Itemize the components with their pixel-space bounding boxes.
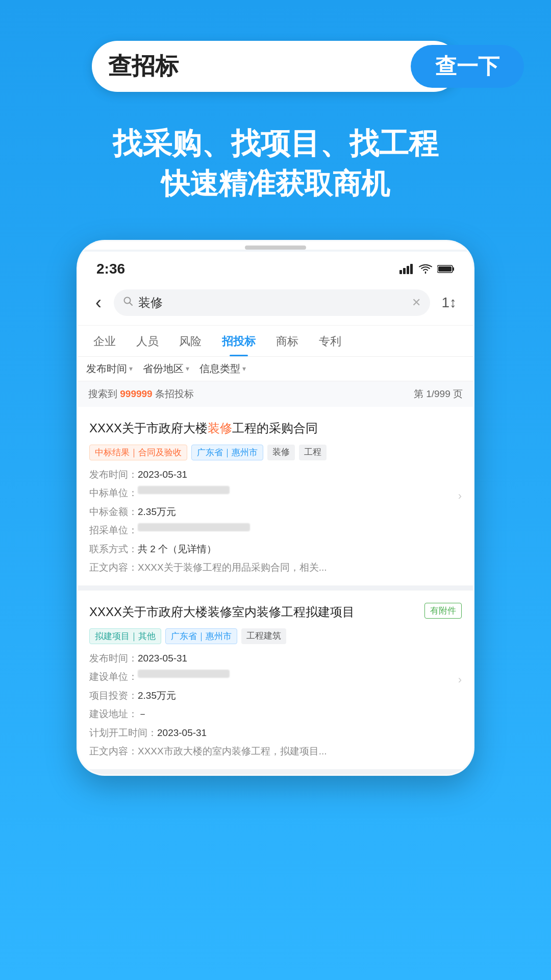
tab-enterprise[interactable]: 企业 <box>83 326 126 356</box>
card1-buyer-row: 招采单位： <box>89 523 462 538</box>
card1-amount: 2.35万元 <box>138 505 176 520</box>
tagline-line2: 快速精准获取商机 <box>113 164 438 204</box>
card2-arrow-icon: › <box>458 673 462 687</box>
result-card-2[interactable]: XXXX关于市政府大楼装修室内装修工程拟建项目 有附件 拟建项目｜其他 广东省｜… <box>78 591 473 774</box>
filter-publish-time[interactable]: 发布时间 ▾ <box>86 362 133 376</box>
tag-guangdong-2: 广东省｜惠州市 <box>165 628 237 644</box>
card1-publish-date: 2023-05-31 <box>138 468 187 482</box>
card1-contact: 共 2 个（见详情） <box>138 542 216 557</box>
svg-rect-3 <box>410 264 413 274</box>
tag-guangdong: 广东省｜惠州市 <box>191 445 263 460</box>
tag-engineering: 工程 <box>299 445 327 460</box>
card2-content: 正文内容：XXXX市政大楼的室内装修工程，拟建项目... <box>89 744 462 759</box>
main-search-button[interactable]: 查一下 <box>411 45 524 88</box>
back-button[interactable]: ‹ <box>90 290 107 315</box>
status-icons <box>399 264 455 274</box>
battery-icon <box>437 264 455 274</box>
card1-winner-row: 中标单位： <box>89 486 462 501</box>
filter-info-type[interactable]: 信息类型 ▾ <box>199 362 246 376</box>
svg-rect-1 <box>403 268 406 274</box>
filter-province-label: 省份地区 <box>143 362 184 376</box>
chevron-down-icon-2: ▾ <box>186 364 189 373</box>
phone-mockup: 2:36 <box>77 240 474 776</box>
chevron-down-icon: ▾ <box>129 364 133 373</box>
card1-title-prefix: XXXX关于市政府大楼 <box>89 421 208 435</box>
page-background: 查一下 找采购、找项目、找工程 快速精准获取商机 2:36 <box>0 0 551 980</box>
card2-builder-row: 建设单位： <box>89 670 462 684</box>
card2-investment-row: 项目投资： 2.35万元 <box>89 689 462 703</box>
tab-bidding[interactable]: 招投标 <box>212 326 266 356</box>
tab-patent[interactable]: 专利 <box>309 326 352 356</box>
card1-title-suffix: 工程的采购合同 <box>232 421 318 435</box>
card2-start-date: 2023-05-31 <box>157 726 207 741</box>
tag-winning-bid: 中标结果｜合同及验收 <box>89 445 187 460</box>
tabs-row: 企业 人员 风险 招投标 商标 专利 <box>78 326 473 357</box>
card1-title-highlight: 装修 <box>208 421 232 435</box>
svg-line-8 <box>130 303 132 305</box>
search-icon <box>123 296 133 309</box>
card1-amount-row: 中标金额： 2.35万元 <box>89 505 462 520</box>
results-count: 搜索到 999999 条招投标 <box>88 387 194 401</box>
phone-notch <box>245 246 306 250</box>
card2-investment-label: 项目投资： <box>89 689 138 703</box>
card1-content: 正文内容：XXXX关于装修工程的用品采购合同，相关... <box>89 560 462 575</box>
card2-address-row: 建设地址： － <box>89 707 462 722</box>
svg-rect-0 <box>399 270 402 274</box>
filter-province[interactable]: 省份地区 ▾ <box>143 362 189 376</box>
tab-personnel[interactable]: 人员 <box>126 326 169 356</box>
card2-builder-value <box>138 670 230 678</box>
card1-winner-label: 中标单位： <box>89 486 138 501</box>
card1-publish-label: 发布时间： <box>89 468 138 482</box>
svg-rect-2 <box>407 266 409 274</box>
card2-publish-label: 发布时间： <box>89 651 138 666</box>
card1-amount-label: 中标金额： <box>89 505 138 520</box>
results-header: 搜索到 999999 条招投标 第 1/999 页 <box>78 381 473 407</box>
card2-title-row: XXXX关于市政府大楼装修室内装修工程拟建项目 有附件 <box>89 603 462 621</box>
results-number: 999999 <box>120 388 152 399</box>
svg-rect-5 <box>453 267 454 271</box>
app-search-text: 装修 <box>138 295 407 311</box>
tagline: 找采购、找项目、找工程 快速精准获取商机 <box>113 122 438 204</box>
status-time: 2:36 <box>96 261 125 277</box>
chevron-down-icon-3: ▾ <box>242 364 246 373</box>
tab-risk[interactable]: 风险 <box>169 326 212 356</box>
app-search-box[interactable]: 装修 ✕ <box>114 289 430 316</box>
filter-row: 发布时间 ▾ 省份地区 ▾ 信息类型 ▾ <box>78 357 473 381</box>
card1-buyer-value <box>138 523 250 531</box>
card2-investment: 2.35万元 <box>138 689 176 703</box>
status-bar: 2:36 <box>78 252 473 282</box>
card2-publish-date: 2023-05-31 <box>138 651 187 666</box>
filter-time-label: 发布时间 <box>86 362 127 376</box>
tag-engineering-construction: 工程建筑 <box>241 628 286 644</box>
card1-tags: 中标结果｜合同及验收 广东省｜惠州市 装修 工程 <box>89 445 462 460</box>
card1-title: XXXX关于市政府大楼装修工程的采购合同 <box>89 419 462 437</box>
card2-address-label: 建设地址： <box>89 707 138 722</box>
tag-decoration: 装修 <box>267 445 295 460</box>
card2-title: XXXX关于市政府大楼装修室内装修工程拟建项目 <box>89 603 418 621</box>
tab-trademark[interactable]: 商标 <box>266 326 309 356</box>
card2-start-date-row: 计划开工时间： 2023-05-31 <box>89 726 462 741</box>
tagline-line1: 找采购、找项目、找工程 <box>113 122 438 164</box>
tag-has-attachment: 有附件 <box>424 603 462 619</box>
tag-planned-project: 拟建项目｜其他 <box>89 628 161 644</box>
search-clear-icon[interactable]: ✕ <box>412 296 421 309</box>
app-header: ‹ 装修 ✕ 1↕ <box>78 282 473 326</box>
main-search-input[interactable] <box>108 53 411 80</box>
card2-builder-label: 建设单位： <box>89 670 138 684</box>
card1-contact-label: 联系方式： <box>89 542 138 557</box>
main-search-bar: 查一下 <box>92 41 459 92</box>
card1-buyer-label: 招采单位： <box>89 523 138 538</box>
filter-type-label: 信息类型 <box>199 362 240 376</box>
svg-rect-6 <box>438 266 452 272</box>
card2-title-prefix: XXXX关于市政府大楼 <box>89 605 208 619</box>
result-card-1[interactable]: XXXX关于市政府大楼装修工程的采购合同 中标结果｜合同及验收 广东省｜惠州市 … <box>78 407 473 591</box>
card1-winner-value <box>138 486 230 494</box>
card1-publish-date-row: 发布时间： 2023-05-31 <box>89 468 462 482</box>
card1-contact-row: 联系方式： 共 2 个（见详情） <box>89 542 462 557</box>
card2-publish-date-row: 发布时间： 2023-05-31 <box>89 651 462 666</box>
filter-icon[interactable]: 1↕ <box>437 292 461 313</box>
card2-address: － <box>138 707 147 722</box>
card2-tags: 拟建项目｜其他 广东省｜惠州市 工程建筑 <box>89 628 462 644</box>
card1-arrow-icon: › <box>458 489 462 503</box>
card2-title-highlight: 装修 <box>208 605 232 619</box>
